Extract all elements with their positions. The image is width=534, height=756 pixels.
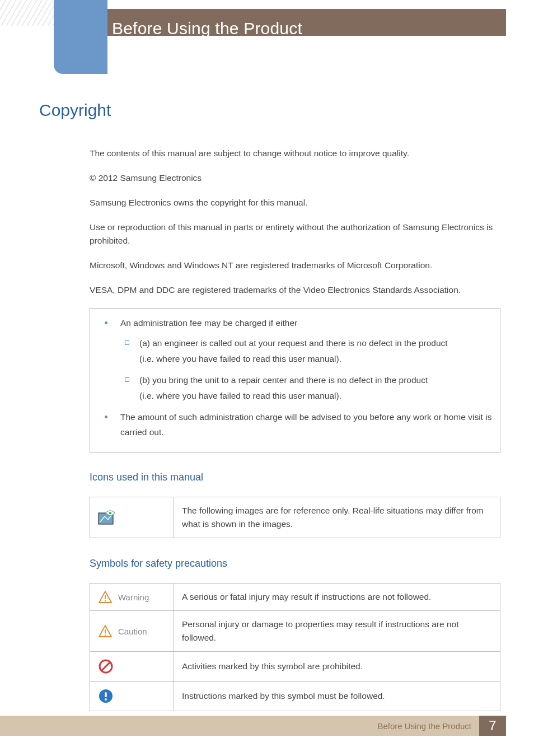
symbol-description: Personal injury or damage to properties … — [174, 611, 500, 652]
svg-line-7 — [102, 662, 110, 671]
prohibited-icon — [98, 659, 166, 674]
page-content: Copyright The contents of this manual ar… — [39, 101, 500, 729]
chapter-tab — [54, 0, 107, 74]
table-row: Warning A serious or fatal injury may re… — [90, 584, 500, 611]
header-hatch-decoration — [0, 0, 62, 26]
chapter-title: Before Using the Product — [112, 19, 302, 38]
must-follow-icon — [98, 688, 166, 704]
symbols-table: Warning A serious or fatal injury may re… — [90, 583, 500, 711]
body-text: The contents of this manual are subject … — [90, 147, 500, 711]
svg-point-10 — [105, 698, 107, 701]
list-item: An administration fee may be charged if … — [98, 315, 492, 403]
reference-image-icon — [98, 510, 166, 525]
table-row: Caution Personal injury or damage to pro… — [90, 611, 500, 652]
icons-table: The following images are for reference o… — [90, 497, 500, 538]
symbol-cell — [90, 652, 174, 682]
warning-triangle-icon — [98, 590, 113, 604]
paragraph: VESA, DPM and DDC are registered tradema… — [90, 283, 500, 297]
caution-triangle-icon — [98, 624, 113, 638]
paragraph: Use or reproduction of this manual in pa… — [90, 221, 500, 248]
svg-rect-9 — [105, 692, 106, 697]
icon-cell — [90, 497, 174, 538]
subsection-title: Icons used in this manual — [90, 470, 500, 486]
table-row: Activities marked by this symbol are pro… — [90, 652, 500, 682]
svg-point-1 — [109, 512, 111, 514]
symbol-label: Warning — [118, 591, 149, 604]
paragraph: Microsoft, Windows and Windows NT are re… — [90, 259, 500, 272]
symbol-cell — [90, 682, 174, 711]
footer-label: Before Using the Product — [0, 716, 479, 736]
list-item-text: The amount of such administration charge… — [120, 412, 491, 437]
list-item: The amount of such administration charge… — [98, 409, 492, 441]
paragraph: The contents of this manual are subject … — [90, 147, 500, 160]
symbol-description: Instructions marked by this symbol must … — [174, 682, 500, 711]
list-item-text: (i.e. where you have failed to read this… — [139, 354, 341, 363]
symbol-description: A serious or fatal injury may result if … — [174, 584, 500, 611]
symbol-description: Activities marked by this symbol are pro… — [174, 652, 500, 682]
symbol-label: Caution — [118, 625, 147, 638]
table-row: The following images are for reference o… — [90, 497, 500, 538]
section-title: Copyright — [39, 101, 500, 120]
table-row: Instructions marked by this symbol must … — [90, 682, 500, 711]
list-item: (b) you bring the unit to a repair cente… — [120, 372, 492, 404]
list-item-text: (a) an engineer is called out at your re… — [139, 338, 448, 348]
symbol-cell: Warning — [90, 584, 174, 611]
list-item-text: (b) you bring the unit to a repair cente… — [139, 375, 428, 385]
paragraph: Samsung Electronics owns the copyright f… — [90, 196, 500, 209]
paragraph: © 2012 Samsung Electronics — [90, 171, 500, 185]
list-item-text: (i.e. where you have failed to read this… — [139, 391, 341, 400]
admin-fee-box: An administration fee may be charged if … — [90, 308, 500, 453]
list-item: (a) an engineer is called out at your re… — [120, 335, 492, 367]
svg-point-5 — [105, 634, 106, 636]
svg-point-3 — [105, 600, 106, 601]
list-item-text: An administration fee may be charged if … — [120, 318, 297, 328]
subsection-title: Symbols for safety precautions — [90, 556, 500, 572]
page-footer: Before Using the Product 7 — [0, 716, 506, 736]
icon-description: The following images are for reference o… — [174, 497, 500, 538]
page-number: 7 — [479, 716, 506, 736]
symbol-cell: Caution — [90, 611, 174, 652]
